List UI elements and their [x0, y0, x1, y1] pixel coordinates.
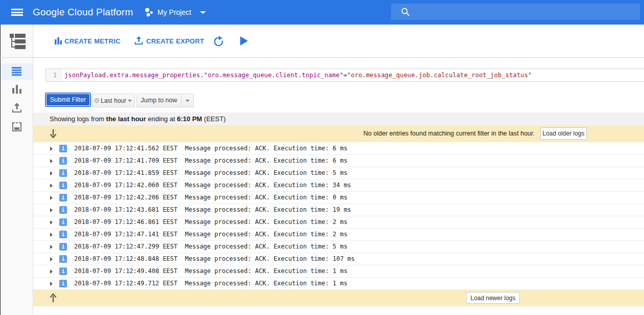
load-older-logs-button[interactable]: Load older logs [540, 127, 587, 140]
log-entry-text: 2018-07-09 17:12:43.681 EEST Message pro… [74, 204, 351, 216]
log-rows: i2018-07-09 17:12:41.562 EEST Message pr… [33, 143, 644, 290]
status-range: the last hour [106, 115, 146, 123]
expand-arrow-icon[interactable] [50, 245, 53, 249]
older-banner-message: No older entries found matching current … [363, 125, 535, 142]
log-row[interactable]: i2018-07-09 17:12:42.206 EEST Message pr… [33, 192, 644, 204]
app-header: Google Cloud Platform My Project [0, 0, 644, 25]
search-icon [401, 8, 410, 16]
log-entry-text: 2018-07-09 17:12:48.848 EEST Message pro… [74, 253, 355, 265]
left-edge-line [0, 25, 1, 315]
project-selector[interactable]: My Project [145, 0, 206, 25]
submit-filter-button[interactable]: Submit Filter [47, 94, 89, 105]
toolbar-divider [0, 57, 644, 58]
status-prefix: Showing logs from [50, 115, 106, 123]
log-entry-text: 2018-07-09 17:12:47.299 EEST Message pro… [74, 241, 348, 253]
storage-archive-icon[interactable] [12, 122, 22, 132]
expand-arrow-icon[interactable] [50, 208, 53, 212]
expand-arrow-icon[interactable] [50, 184, 53, 188]
expand-arrow-icon[interactable] [50, 269, 53, 274]
chevron-down-icon [128, 100, 132, 102]
filter-query-box[interactable]: 1 jsonPayload.extra.message_properties."… [45, 69, 644, 82]
info-level-icon: i [59, 206, 67, 214]
log-entry-text: 2018-07-09 17:12:46.861 EEST Message pro… [74, 216, 348, 228]
info-level-icon: i [59, 243, 67, 251]
refresh-icon[interactable] [213, 36, 224, 47]
expand-arrow-icon[interactable] [50, 257, 53, 261]
info-level-icon: i [59, 218, 67, 226]
info-level-icon: i [59, 280, 67, 287]
expand-arrow-icon[interactable] [50, 233, 53, 237]
status-middle: ending at [146, 115, 177, 123]
log-row[interactable]: i2018-07-09 17:12:41.562 EEST Message pr… [33, 143, 644, 155]
submit-filter-focus-ring: Submit Filter [45, 93, 91, 107]
log-entry-text: 2018-07-09 17:12:41.709 EEST Message pro… [74, 155, 348, 167]
time-range-dropdown[interactable]: Last hour [91, 94, 135, 107]
older-logs-banner: No older entries found matching current … [33, 125, 644, 142]
create-export-button[interactable]: CREATE EXPORT [146, 38, 204, 45]
jump-options-arrow[interactable] [181, 94, 193, 107]
filter-query-text[interactable]: jsonPayload.extra.message_properties."or… [61, 69, 532, 81]
create-metric-icon [55, 37, 62, 44]
menu-icon[interactable] [11, 9, 23, 16]
chevron-down-icon [186, 100, 190, 102]
log-entry-text: 2018-07-09 17:12:47.141 EEST Message pro… [74, 229, 348, 240]
log-row[interactable]: i2018-07-09 17:12:49.712 EEST Message pr… [33, 278, 644, 290]
metrics-chart-icon[interactable] [12, 85, 21, 94]
run-play-icon[interactable] [240, 36, 248, 46]
expand-arrow-icon[interactable] [50, 282, 53, 286]
project-name: My Project [157, 8, 191, 16]
info-level-icon: i [59, 255, 67, 263]
status-time: 6:10 PM [177, 115, 202, 123]
expand-arrow-icon[interactable] [50, 220, 53, 224]
arrow-down-icon [50, 129, 57, 138]
info-level-icon: i [59, 231, 67, 238]
expand-arrow-icon[interactable] [50, 196, 53, 200]
logs-tree-icon[interactable] [9, 33, 27, 50]
log-row[interactable]: i2018-07-09 17:12:43.681 EEST Message pr… [33, 204, 644, 216]
query-field: jsonPayload.extra.message_properties."or… [64, 72, 343, 79]
exports-upload-icon[interactable] [12, 103, 22, 113]
newer-logs-banner: Load newer logs [33, 289, 644, 306]
info-level-icon: i [59, 194, 67, 201]
log-entry-text: 2018-07-09 17:12:49.712 EEST Message pro… [74, 278, 348, 289]
info-level-icon: i [59, 182, 67, 189]
jump-to-now-group: Jump to now [136, 94, 194, 107]
left-rail [0, 25, 33, 315]
project-icon [145, 7, 153, 17]
chevron-down-icon [200, 11, 206, 14]
brand-title: Google Cloud Platform [33, 0, 133, 25]
query-operator: = [343, 72, 347, 79]
arrow-up-icon [50, 294, 57, 302]
log-entry-text: 2018-07-09 17:12:41.859 EEST Message pro… [74, 167, 348, 179]
log-row[interactable]: i2018-07-09 17:12:47.299 EEST Message pr… [33, 241, 644, 253]
clock-icon [95, 97, 99, 104]
line-number: 1 [46, 69, 61, 81]
expand-arrow-icon[interactable] [50, 171, 53, 175]
log-row[interactable]: i2018-07-09 17:12:49.408 EEST Message pr… [33, 265, 644, 278]
log-row[interactable]: i2018-07-09 17:12:41.709 EEST Message pr… [33, 155, 644, 167]
info-level-icon: i [59, 157, 67, 165]
create-metric-button[interactable]: CREATE METRIC [64, 38, 121, 45]
status-suffix: (EEST) [202, 115, 225, 123]
info-level-icon: i [59, 267, 67, 275]
load-newer-logs-button[interactable]: Load newer logs [466, 292, 520, 304]
page: Google Cloud Platform My Project [0, 0, 644, 315]
log-row[interactable]: i2018-07-09 17:12:48.848 EEST Message pr… [33, 253, 644, 265]
log-entry-text: 2018-07-09 17:12:42.060 EEST Message pro… [74, 179, 351, 191]
log-entry-text: 2018-07-09 17:12:42.206 EEST Message pro… [74, 192, 348, 204]
expand-arrow-icon[interactable] [50, 147, 53, 151]
create-export-icon [134, 36, 143, 45]
time-range-label: Last hour [101, 97, 126, 104]
search-bar[interactable] [391, 4, 640, 20]
log-list-icon[interactable] [12, 67, 22, 76]
expand-arrow-icon[interactable] [50, 159, 53, 163]
jump-to-now-button[interactable]: Jump to now [137, 94, 181, 107]
log-row[interactable]: i2018-07-09 17:12:42.060 EEST Message pr… [33, 179, 644, 192]
log-row[interactable]: i2018-07-09 17:12:46.861 EEST Message pr… [33, 216, 644, 229]
status-bar: Showing logs from the last hour ending a… [33, 112, 644, 125]
log-row[interactable]: i2018-07-09 17:12:41.859 EEST Message pr… [33, 167, 644, 179]
log-entry-text: 2018-07-09 17:12:49.408 EEST Message pro… [74, 265, 348, 277]
info-level-icon: i [59, 169, 67, 177]
log-row[interactable]: i2018-07-09 17:12:47.141 EEST Message pr… [33, 229, 644, 241]
query-value: "oro.message_queue.job.calculate_root_jo… [347, 72, 532, 79]
